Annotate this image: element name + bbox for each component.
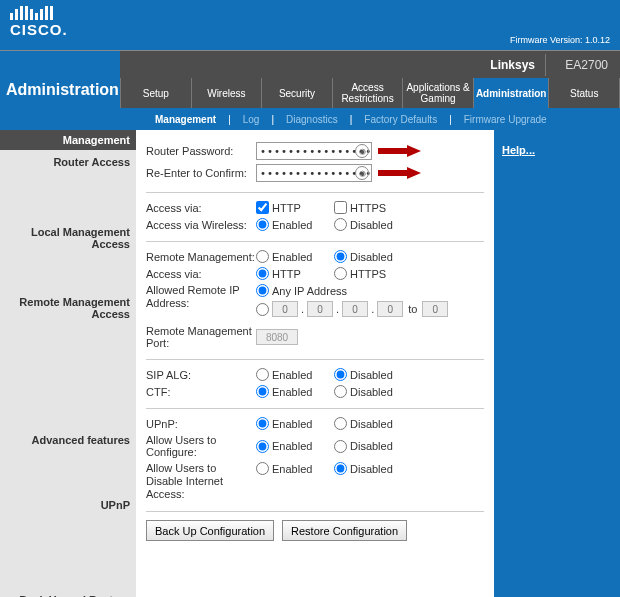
radio-remote-via-http[interactable] xyxy=(256,267,269,280)
subnav-factory-defaults[interactable]: Factory Defaults xyxy=(364,114,437,125)
nav-wireless[interactable]: Wireless xyxy=(192,78,263,108)
radio-remote-mgmt-disabled[interactable] xyxy=(334,250,347,263)
restore-configuration-button[interactable]: Restore Configuration xyxy=(282,520,407,541)
label-upnp-disable-internet: Allow Users to Disable Internet Access: xyxy=(146,462,256,501)
ip-octet-1[interactable] xyxy=(272,301,298,317)
checkbox-https[interactable] xyxy=(334,201,347,214)
radio-upnp-configure-enabled[interactable] xyxy=(256,440,269,453)
subnav-diagnostics[interactable]: Diagnostics xyxy=(286,114,338,125)
checkbox-http[interactable] xyxy=(256,201,269,214)
radio-upnp-disable-disabled[interactable] xyxy=(334,462,347,475)
label-reenter-password: Re-Enter to Confirm: xyxy=(146,167,256,179)
label-router-password: Router Password: xyxy=(146,145,256,157)
label-upnp: UPnP: xyxy=(146,418,256,430)
label-remote-mgmt: Remote Management: xyxy=(146,251,256,263)
radio-ctf-disabled[interactable] xyxy=(334,385,347,398)
nav-status[interactable]: Status xyxy=(549,78,620,108)
radio-upnp-enabled[interactable] xyxy=(256,417,269,430)
radio-local-wireless-disabled[interactable] xyxy=(334,218,347,231)
help-link[interactable]: Help... xyxy=(502,144,535,156)
cisco-logo-top: CISCO. xyxy=(10,6,68,38)
ip-octet-2[interactable] xyxy=(307,301,333,317)
subnav-log[interactable]: Log xyxy=(243,114,260,125)
brand-label: Linksys xyxy=(490,58,535,72)
label-upnp-configure: Allow Users to Configure: xyxy=(146,434,256,458)
left-section-advanced: Advanced features xyxy=(0,428,136,448)
radio-sip-enabled[interactable] xyxy=(256,368,269,381)
nav-administration[interactable]: Administration xyxy=(474,78,550,108)
ip-octet-5[interactable] xyxy=(422,301,448,317)
subnav-management[interactable]: Management xyxy=(155,114,216,125)
left-section-local-access: Local Management Access xyxy=(0,220,136,250)
radio-upnp-disable-enabled[interactable] xyxy=(256,462,269,475)
eye-icon[interactable]: ◉ xyxy=(355,144,369,158)
left-section-remote-access: Remote Management Access xyxy=(0,290,136,320)
radio-upnp-disabled[interactable] xyxy=(334,417,347,430)
left-section-upnp: UPnP xyxy=(0,493,136,513)
nav-applications-gaming[interactable]: Applications & Gaming xyxy=(403,78,474,108)
subnav-firmware-upgrade[interactable]: Firmware Upgrade xyxy=(464,114,547,125)
radio-local-wireless-enabled[interactable] xyxy=(256,218,269,231)
radio-upnp-configure-disabled[interactable] xyxy=(334,440,347,453)
ip-octet-4[interactable] xyxy=(377,301,403,317)
label-access-via: Access via: xyxy=(146,202,256,214)
label-allowed-ip: Allowed Remote IP Address: xyxy=(146,284,256,310)
left-section-backup: Back Up and Restore xyxy=(0,588,136,597)
remote-port-input[interactable] xyxy=(256,329,298,345)
label-sip-alg: SIP ALG: xyxy=(146,369,256,381)
backup-configuration-button[interactable]: Back Up Configuration xyxy=(146,520,274,541)
label-remote-access-via: Access via: xyxy=(146,268,256,280)
arrow-icon xyxy=(378,167,422,179)
firmware-version: Firmware Version: 1.0.12 xyxy=(510,35,610,45)
eye-icon[interactable]: ◉ xyxy=(355,166,369,180)
label-access-wireless: Access via Wireless: xyxy=(146,219,256,231)
radio-ip-range[interactable] xyxy=(256,303,269,316)
radio-remote-via-https[interactable] xyxy=(334,267,347,280)
page-title: Administration xyxy=(6,81,119,99)
ip-octet-3[interactable] xyxy=(342,301,368,317)
radio-any-ip[interactable] xyxy=(256,284,269,297)
label-ctf: CTF: xyxy=(146,386,256,398)
nav-access-restrictions[interactable]: Access Restrictions xyxy=(333,78,404,108)
radio-sip-disabled[interactable] xyxy=(334,368,347,381)
nav-setup[interactable]: Setup xyxy=(121,78,192,108)
router-password-input[interactable]: •••••••••••••••• ◉ xyxy=(256,142,372,160)
confirm-password-input[interactable]: •••••••••••••••• ◉ xyxy=(256,164,372,182)
model-label: EA2700 xyxy=(565,58,608,72)
left-section-router-access: Router Access xyxy=(0,150,136,170)
radio-remote-mgmt-enabled[interactable] xyxy=(256,250,269,263)
radio-ctf-enabled[interactable] xyxy=(256,385,269,398)
nav-security[interactable]: Security xyxy=(262,78,333,108)
label-remote-port: Remote Management Port: xyxy=(146,325,256,349)
arrow-icon xyxy=(378,145,422,157)
left-header-management: Management xyxy=(0,130,136,150)
